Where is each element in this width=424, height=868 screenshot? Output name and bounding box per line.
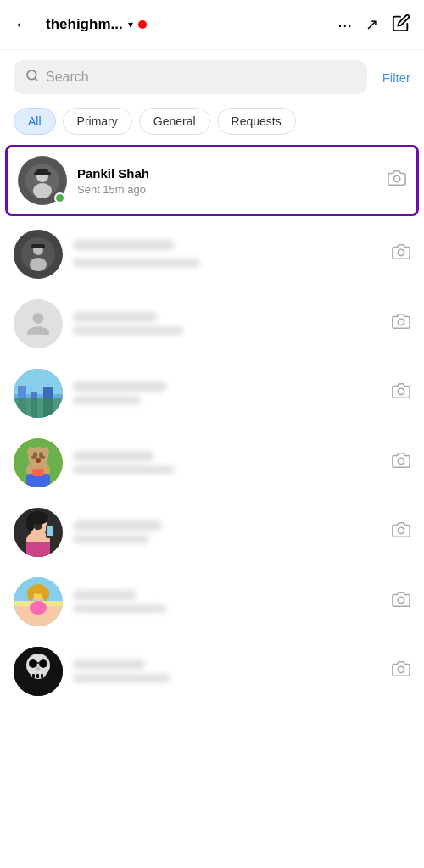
avatar-wrap	[14, 230, 63, 279]
svg-point-7	[393, 175, 399, 181]
conversation-item-2[interactable]	[0, 220, 424, 289]
conversation-item-1[interactable]: Pankil Shah Sent 15m ago	[5, 145, 419, 216]
svg-point-49	[27, 587, 34, 601]
svg-point-27	[27, 447, 34, 457]
svg-point-64	[398, 666, 404, 672]
camera-icon[interactable]	[392, 312, 410, 336]
conversation-item-8[interactable]	[0, 637, 424, 706]
svg-rect-19	[14, 398, 63, 418]
avatar-wrap	[18, 156, 67, 205]
conversation-info	[73, 312, 382, 337]
svg-point-40	[26, 515, 35, 531]
conversation-item-6[interactable]	[0, 498, 424, 567]
conversation-info	[73, 659, 382, 684]
conversation-info	[73, 381, 382, 406]
conversation-info: Pankil Shah Sent 15m ago	[77, 166, 377, 196]
compose-icon[interactable]	[392, 14, 410, 36]
svg-point-50	[42, 587, 49, 601]
avatar-wrap	[14, 438, 63, 487]
tab-general[interactable]: General	[139, 108, 210, 135]
svg-point-12	[398, 249, 404, 255]
svg-rect-38	[47, 526, 53, 536]
conversation-item-7[interactable]	[0, 567, 424, 637]
back-button[interactable]: ←	[14, 10, 39, 39]
blurred-name	[73, 240, 175, 250]
camera-icon[interactable]	[392, 520, 410, 544]
conversation-info	[73, 240, 382, 269]
header: ← thehighm... ▾ ··· ↗	[0, 0, 424, 50]
live-indicator-dot	[138, 20, 147, 29]
tab-requests[interactable]: Requests	[217, 108, 296, 135]
svg-rect-63	[37, 662, 39, 664]
svg-rect-58	[32, 674, 35, 678]
blurred-name	[73, 451, 153, 461]
svg-rect-11	[31, 244, 45, 248]
conversation-item-5[interactable]	[0, 428, 424, 498]
camera-icon[interactable]	[392, 590, 410, 614]
svg-point-26	[36, 458, 41, 463]
svg-line-1	[35, 78, 37, 81]
search-input[interactable]: Search	[46, 70, 355, 85]
avatar-wrap	[14, 647, 63, 696]
blurred-preview	[73, 396, 141, 404]
camera-icon[interactable]	[392, 242, 410, 266]
tab-all[interactable]: All	[14, 108, 56, 135]
camera-icon[interactable]	[388, 169, 406, 192]
svg-point-20	[398, 388, 404, 394]
tabs-bar: All Primary General Requests	[0, 104, 424, 145]
blurred-preview	[73, 465, 175, 474]
avatar	[14, 299, 63, 348]
header-actions: ··· ↗	[338, 14, 410, 36]
blurred-name	[73, 312, 158, 322]
svg-rect-61	[29, 660, 37, 667]
conversation-info	[73, 451, 382, 476]
online-status-dot	[54, 192, 65, 203]
blurred-name	[73, 590, 137, 600]
svg-rect-60	[41, 674, 43, 678]
conversation-item-3[interactable]	[0, 289, 424, 359]
svg-point-10	[30, 258, 47, 271]
blurred-preview	[73, 259, 200, 267]
svg-rect-62	[39, 660, 47, 667]
svg-rect-59	[36, 674, 39, 678]
avatar-wrap	[14, 369, 63, 418]
svg-point-57	[36, 667, 40, 671]
svg-rect-29	[26, 474, 50, 487]
svg-point-0	[27, 70, 36, 80]
svg-point-31	[398, 458, 404, 464]
svg-point-41	[398, 527, 404, 533]
svg-point-51	[398, 597, 404, 603]
search-section: Search Filter	[0, 50, 424, 104]
blurred-preview	[73, 535, 149, 543]
avatar	[14, 647, 63, 696]
camera-icon[interactable]	[392, 659, 410, 683]
search-icon	[25, 69, 39, 86]
camera-icon[interactable]	[392, 451, 410, 475]
blurred-name	[73, 381, 166, 392]
blurred-preview	[73, 674, 170, 682]
avatar	[14, 230, 63, 279]
search-bar[interactable]: Search	[14, 60, 367, 94]
svg-rect-30	[32, 469, 44, 476]
avatar-wrap	[14, 577, 63, 626]
svg-point-47	[30, 601, 47, 615]
tab-primary[interactable]: Primary	[63, 108, 132, 135]
filter-button[interactable]: Filter	[376, 70, 410, 85]
stats-icon[interactable]: ↗	[365, 15, 378, 34]
avatar-wrap	[14, 508, 63, 557]
more-options-icon[interactable]: ···	[338, 15, 352, 35]
conversation-item-4[interactable]	[0, 359, 424, 428]
avatar	[14, 369, 63, 418]
avatar	[14, 438, 63, 487]
blurred-name	[73, 659, 145, 670]
svg-rect-36	[26, 542, 50, 557]
blurred-name	[73, 520, 162, 531]
chevron-down-icon: ▾	[128, 19, 133, 31]
avatar	[14, 508, 63, 557]
conversation-info	[73, 520, 382, 545]
svg-point-13	[398, 319, 404, 325]
username-area[interactable]: thehighm... ▾	[46, 16, 331, 33]
camera-icon[interactable]	[392, 381, 410, 405]
username-label: thehighm...	[46, 16, 123, 33]
conversation-list: Pankil Shah Sent 15m ago	[0, 145, 424, 706]
